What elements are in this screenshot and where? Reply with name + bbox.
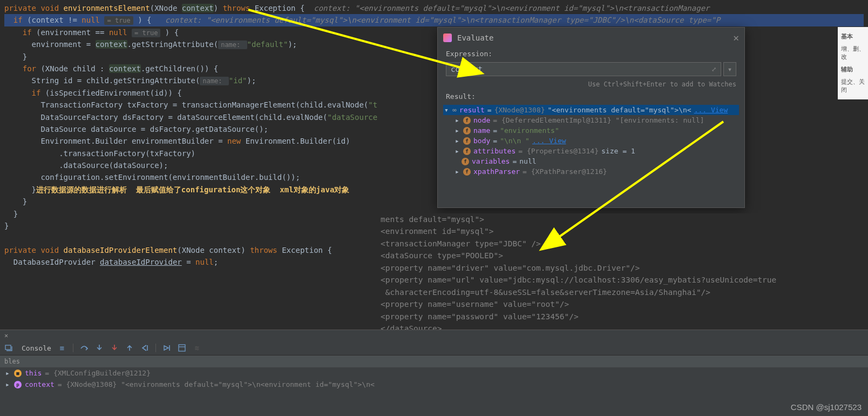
view-link[interactable]: ... View [532,137,566,145]
result-tree[interactable]: ▾∞result = {XNode@1308} "<environments d… [438,103,744,179]
variable-row[interactable]: ▸pcontext = {XNode@1308} "<environments … [0,379,868,390]
expression-input[interactable]: context⤢ [446,62,721,76]
history-dropdown-icon[interactable]: ▾ [723,62,736,76]
restart-icon[interactable] [4,344,13,352]
evaluate-icon[interactable] [178,344,186,352]
step-into-icon[interactable] [95,344,104,352]
svg-rect-3 [179,345,185,351]
debug-panel[interactable]: ✕ Console ≡ ≋ bles ▸■this = {XMLConfigBu… [0,330,868,416]
close-tab-icon[interactable]: ✕ [0,330,868,341]
tree-row[interactable]: ▸fxpathParser = {XPathParser@1216} [443,166,739,177]
close-icon[interactable]: ✕ [733,32,739,43]
expression-label: Expression: [438,48,744,60]
evaluate-expression-dialog[interactable]: Evaluate ✕ Expression: context⤢ ▾ Use Ct… [437,27,745,208]
side-tooltip: 基本 增、删、改 辅助 提交、关闭 [838,27,868,99]
intellij-icon [443,33,452,42]
tree-row[interactable]: ▸fnode = {DeferredElementImpl@1311} "[en… [443,115,739,125]
param-icon: p [14,381,22,388]
tree-row[interactable]: ▸fattributes = {Properties@1314} size = … [443,146,739,156]
shortcut-hint: Use Ctrl+Shift+Enter to add to Watches [438,78,744,90]
tree-row[interactable]: ▸fname = "environments" [443,125,739,136]
console-tab[interactable]: Console [22,344,51,352]
dialog-title: Evaluate [457,33,733,42]
result-label: Result: [438,90,744,103]
this-icon: ■ [14,370,22,377]
variables-section-label: bles [0,355,868,367]
expand-icon[interactable]: ⤢ [711,66,716,73]
stack-icon[interactable]: ≡ [58,344,66,352]
code-annotation: 进行数据源的数据进行解析 最后赋值给了configuration这个对象 xml… [36,185,349,194]
drop-frame-icon[interactable] [140,344,149,352]
force-step-into-icon[interactable] [110,344,119,352]
debug-toolbar: Console ≡ ≋ [0,341,868,355]
run-to-cursor-icon[interactable] [162,344,171,352]
step-over-icon[interactable] [80,344,89,352]
view-link[interactable]: ... View [694,106,728,114]
step-out-icon[interactable] [125,344,134,352]
tree-row[interactable]: ▾∞result = {XNode@1308} "<environments d… [443,105,739,115]
current-execution-line: if (context != null = true ) { context: … [4,14,864,26]
tree-row[interactable]: fvariables = null [443,156,739,166]
tree-row[interactable]: ▸fbody = "\n\n " ... View [443,136,739,146]
svg-rect-0 [5,345,11,350]
trace-icon[interactable]: ≋ [193,344,201,352]
variable-row[interactable]: ▸■this = {XMLConfigBuilder@1212} [0,367,868,379]
watermark: CSDN @sj1027523 [791,402,862,412]
